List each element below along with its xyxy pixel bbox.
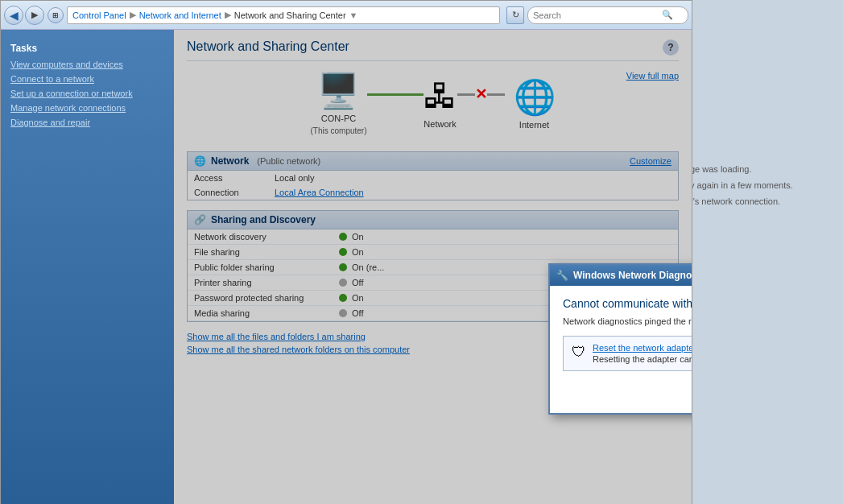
dialog-error-title: Cannot communicate with Primary DNS Serv… xyxy=(563,297,692,310)
sidebar-item-view-computers[interactable]: View computers and devices xyxy=(1,57,174,72)
dialog-title: Windows Network Diagnostics xyxy=(573,270,692,281)
sidebar-item-setup-connection[interactable]: Set up a connection or network xyxy=(1,86,174,101)
sidebar-item-connect[interactable]: Connect to a network xyxy=(1,72,174,86)
sidebar-item-manage-connections[interactable]: Manage network connections xyxy=(1,101,174,115)
suggestion-title[interactable]: Reset the network adapter "Local Area Co… xyxy=(593,343,692,353)
browser-background: ge was loading. y again in a few moments… xyxy=(682,0,843,504)
sidebar: Tasks View computers and devices Connect… xyxy=(1,30,174,504)
search-icon: 🔍 xyxy=(662,10,673,20)
breadcrumb-control-panel[interactable]: Control Panel xyxy=(72,10,126,20)
nav-bar: ◀ ▶ ⊞ Control Panel ▶ Network and Intern… xyxy=(1,1,692,30)
bg-text-1: ge was loading. xyxy=(690,161,835,177)
bg-text-3: r's network connection. xyxy=(690,193,835,209)
home-icon[interactable]: ⊞ xyxy=(48,7,64,23)
breadcrumb-sep-1: ▶ xyxy=(130,10,136,20)
diagnostics-dialog: 🔧 Windows Network Diagnostics ✕ Cannot c… xyxy=(548,263,692,415)
refresh-button[interactable]: ↻ xyxy=(506,6,524,24)
main-window: ◀ ▶ ⊞ Control Panel ▶ Network and Intern… xyxy=(0,0,692,504)
dialog-body: Cannot communicate with Primary DNS Serv… xyxy=(550,286,692,413)
main-content: ? Network and Sharing Center View full m… xyxy=(174,30,692,504)
dialog-title-icon: 🔧 xyxy=(556,270,568,281)
search-input[interactable] xyxy=(533,10,662,20)
dialog-suggestion: 🛡 Reset the network adapter "Local Area … xyxy=(563,336,692,371)
breadcrumb-sep-2: ▶ xyxy=(225,10,231,20)
suggestion-desc: Resetting the adapter can sometimes reso… xyxy=(593,354,692,364)
breadcrumb-bar: Control Panel ▶ Network and Internet ▶ N… xyxy=(67,6,500,24)
breadcrumb-dropdown[interactable]: ▼ xyxy=(349,10,358,20)
breadcrumb-sharing-center: Network and Sharing Center xyxy=(234,10,346,20)
nav-buttons: ◀ ▶ xyxy=(4,6,44,25)
suggestion-shield-icon: 🛡 xyxy=(572,344,586,361)
content-area: Tasks View computers and devices Connect… xyxy=(1,30,692,504)
search-bar: 🔍 xyxy=(527,6,688,24)
breadcrumb-network-internet[interactable]: Network and Internet xyxy=(139,10,221,20)
bg-text-2: y again in a few moments. xyxy=(690,177,835,193)
dialog-description: Network diagnostics pinged the remote ho… xyxy=(563,316,692,326)
sidebar-title: Tasks xyxy=(1,38,174,57)
back-button[interactable]: ◀ xyxy=(4,6,23,25)
dialog-titlebar: 🔧 Windows Network Diagnostics ✕ xyxy=(550,265,692,286)
forward-button[interactable]: ▶ xyxy=(25,6,44,25)
dialog-footer: Cancel xyxy=(563,381,692,402)
sidebar-item-diagnose[interactable]: Diagnose and repair xyxy=(1,115,174,130)
suggestion-text: Reset the network adapter "Local Area Co… xyxy=(593,343,692,364)
